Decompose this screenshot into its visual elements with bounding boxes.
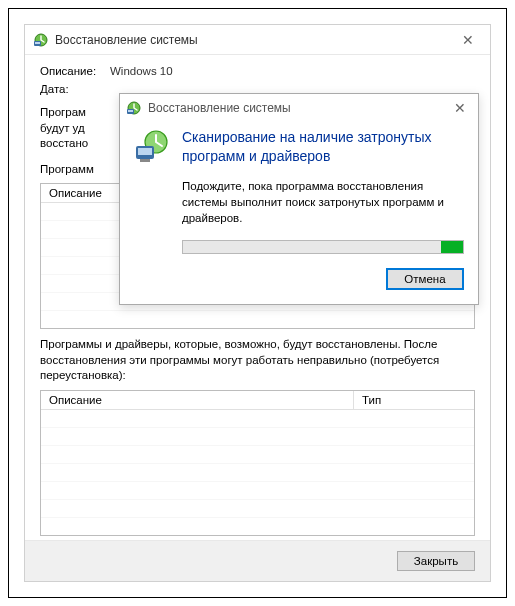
col-description-2[interactable]: Описание	[41, 391, 354, 409]
col-type-2[interactable]: Тип	[354, 391, 474, 409]
main-titlebar: Восстановление системы ✕	[25, 25, 490, 55]
restore-icon-large	[134, 128, 170, 164]
main-title-text: Восстановление системы	[55, 33, 198, 47]
svg-rect-5	[128, 110, 133, 112]
dialog-body: Сканирование на наличие затронутых прогр…	[120, 122, 478, 304]
restored-programs-text: Программы и драйверы, которые, возможно,…	[40, 337, 475, 384]
dialog-title-text: Восстановление системы	[148, 101, 291, 115]
desc-row: Описание: Windows 10	[40, 65, 475, 77]
dialog-footer: Отмена	[134, 268, 464, 290]
restored-table-header: Описание Тип	[41, 391, 474, 410]
desc-value: Windows 10	[110, 65, 173, 77]
main-close-button[interactable]: ✕	[454, 28, 482, 52]
outer-frame: Восстановление системы ✕ Описание: Windo…	[8, 8, 507, 598]
dialog-header-row: Сканирование на наличие затронутых прогр…	[134, 128, 464, 166]
svg-rect-9	[140, 159, 150, 162]
svg-rect-2	[35, 42, 40, 44]
scan-dialog: Восстановление системы ✕ Сканирование на…	[119, 93, 479, 305]
restored-table-body	[41, 410, 474, 535]
progress-fill	[441, 241, 463, 253]
dialog-message: Подождите, пока программа восстановления…	[182, 178, 464, 226]
dialog-close-button[interactable]: ✕	[448, 98, 472, 118]
cancel-button[interactable]: Отмена	[386, 268, 464, 290]
dialog-titlebar: Восстановление системы ✕	[120, 94, 478, 122]
main-footer: Закрыть	[25, 540, 490, 581]
progress-bar	[182, 240, 464, 254]
restore-icon-small	[126, 100, 142, 116]
close-button[interactable]: Закрыть	[397, 551, 475, 571]
desc-label: Описание:	[40, 65, 110, 77]
restored-table: Описание Тип	[40, 390, 475, 536]
svg-rect-8	[138, 148, 152, 155]
dialog-heading: Сканирование на наличие затронутых прогр…	[182, 128, 464, 166]
restore-icon	[33, 32, 49, 48]
date-label: Дата:	[40, 83, 110, 95]
